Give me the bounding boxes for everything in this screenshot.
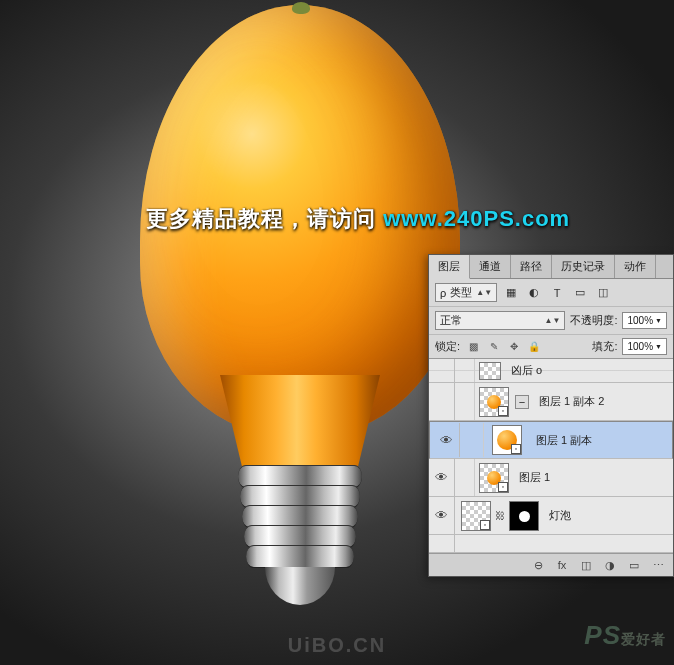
visibility-toggle[interactable]: 👁 [429, 497, 455, 534]
fill-input[interactable]: 100%▼ [622, 338, 667, 355]
layer-mask-thumb[interactable] [509, 501, 539, 531]
layer-name[interactable]: 图层 1 副本 2 [533, 394, 673, 409]
layer-thumb [479, 362, 501, 380]
visibility-toggle[interactable]: 👁 [429, 459, 455, 496]
opacity-label: 不透明度: [570, 313, 617, 328]
lock-row: 锁定: ▩ ✎ ✥ 🔒 填充: 100%▼ [429, 335, 673, 359]
layer-row-2[interactable]: 👁 ▫ 图层 1 副本 [429, 421, 673, 459]
filter-kind-select[interactable]: ρ类型▲▼ [435, 283, 497, 302]
filter-smart-icon[interactable]: ◫ [594, 285, 612, 301]
layer-name[interactable]: 灯泡 [543, 508, 673, 523]
fx-icon[interactable]: fx [553, 557, 571, 573]
bulb-neck [220, 375, 380, 475]
mask-link-icon[interactable]: ⛓ [494, 510, 506, 521]
filter-shape-icon[interactable]: ▭ [571, 285, 589, 301]
lock-paint-icon[interactable]: ✎ [485, 339, 502, 354]
watermark-uibo: UiBO.CN [288, 634, 386, 657]
tab-layers[interactable]: 图层 [429, 255, 470, 279]
more-icon[interactable]: ⋯ [649, 557, 667, 573]
panel-footer: ⊖ fx ◫ ◑ ▭ ⋯ [429, 553, 673, 576]
layer-name[interactable]: 凶后 o [505, 363, 673, 378]
lock-position-icon[interactable]: ✥ [505, 339, 522, 354]
layer-name[interactable]: 图层 1 [513, 470, 673, 485]
adjustment-layer-icon[interactable]: ◑ [601, 557, 619, 573]
promo-url: www.240PS.com [383, 206, 570, 231]
layer-name[interactable]: 图层 1 副本 [530, 433, 668, 448]
tab-channels[interactable]: 通道 [470, 255, 511, 278]
layers-panel: 图层 通道 路径 历史记录 动作 ρ类型▲▼ ▦ ◐ T ▭ ◫ 正常▲▼ 不透… [428, 254, 674, 577]
visibility-toggle[interactable] [429, 383, 455, 420]
layer-row-1[interactable]: ▫ − 图层 1 副本 2 [429, 383, 673, 421]
filter-adjust-icon[interactable]: ◐ [525, 285, 543, 301]
lock-all-icon[interactable]: 🔒 [525, 339, 542, 354]
filter-row: ρ类型▲▼ ▦ ◐ T ▭ ◫ [429, 279, 673, 307]
promo-cn: 更多精品教程，请访问 [146, 206, 376, 231]
layer-row-0[interactable]: 凶后 o [429, 359, 673, 383]
lock-label: 锁定: [435, 339, 460, 354]
group-icon[interactable]: ▭ [625, 557, 643, 573]
blend-mode-select[interactable]: 正常▲▼ [435, 311, 565, 330]
layer-row-4[interactable]: 👁 ▫ ⛓ 灯泡 [429, 497, 673, 535]
tab-paths[interactable]: 路径 [511, 255, 552, 278]
orange-stem [292, 2, 310, 14]
tab-actions[interactable]: 动作 [615, 255, 656, 278]
bulb-screw-base [238, 465, 362, 605]
visibility-toggle[interactable] [429, 535, 455, 552]
layer-thumb: ▫ [479, 463, 509, 493]
filter-pixel-icon[interactable]: ▦ [502, 285, 520, 301]
promo-text: 更多精品教程，请访问 www.240PS.com [146, 204, 570, 234]
layer-row-3[interactable]: 👁 ▫ 图层 1 [429, 459, 673, 497]
visibility-toggle[interactable]: 👁 [434, 423, 460, 457]
lock-transparent-icon[interactable]: ▩ [465, 339, 482, 354]
orange-lightbulb-artwork [140, 5, 460, 625]
fill-label: 填充: [592, 339, 617, 354]
filter-type-icon[interactable]: T [548, 285, 566, 301]
layer-thumb: ▫ [461, 501, 491, 531]
layer-thumb: ▫ [492, 425, 522, 455]
watermark-ps: PS爱好者 [584, 620, 666, 651]
tab-history[interactable]: 历史记录 [552, 255, 615, 278]
opacity-input[interactable]: 100%▼ [622, 312, 667, 329]
add-mask-icon[interactable]: ◫ [577, 557, 595, 573]
link-layers-icon[interactable]: ⊖ [529, 557, 547, 573]
layers-list: 凶后 o ▫ − 图层 1 副本 2 👁 ▫ 图层 1 副本 [429, 359, 673, 553]
blend-row: 正常▲▼ 不透明度: 100%▼ [429, 307, 673, 335]
panel-tabs: 图层 通道 路径 历史记录 动作 [429, 255, 673, 279]
collapse-toggle[interactable]: − [515, 395, 529, 409]
visibility-toggle[interactable] [429, 359, 455, 382]
layer-thumb: ▫ [479, 387, 509, 417]
layer-row-partial[interactable] [429, 535, 673, 553]
bulb-tip [265, 567, 335, 605]
